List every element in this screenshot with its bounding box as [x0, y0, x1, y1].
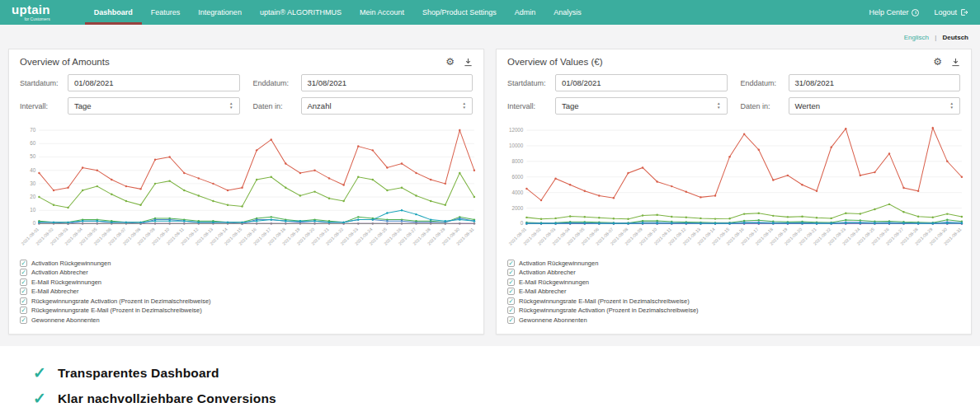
- logout-link[interactable]: Logout: [934, 8, 968, 16]
- amounts-card: Overview of Amounts ⚙ Startdatum: 01/08/…: [8, 49, 484, 335]
- legend-checkbox[interactable]: ✓: [507, 288, 515, 295]
- gear-icon[interactable]: ⚙: [933, 57, 942, 67]
- legend-label: Gewonnene Abonnenten: [31, 316, 100, 324]
- benefit-text: Transparentes Dashboard: [58, 366, 219, 381]
- legend-item[interactable]: ✓Rückgewinnungsrate Activation (Prozent …: [507, 307, 960, 314]
- enddate-field: Enddatum: 31/08/2021: [253, 74, 474, 91]
- language-english-link[interactable]: Englisch: [904, 34, 929, 41]
- legend-label: Activation Abbrecher: [519, 269, 576, 276]
- svg-text:2000: 2000: [511, 205, 523, 211]
- svg-text:0: 0: [521, 220, 524, 226]
- legend-label: Activation Rückgewinnungen: [519, 260, 598, 267]
- legend-item[interactable]: ✓E-Mail Rückgewinnungen: [507, 279, 960, 286]
- legend-item[interactable]: ✓E-Mail Abbrecher: [507, 288, 960, 295]
- legend-item[interactable]: ✓E-Mail Abbrecher: [20, 288, 473, 295]
- legend-item[interactable]: ✓E-Mail Rückgewinnungen: [20, 279, 473, 286]
- enddate-label: Enddatum:: [253, 79, 301, 87]
- legend-checkbox[interactable]: ✓: [20, 260, 27, 267]
- enddate-input[interactable]: 31/08/2021: [301, 74, 474, 91]
- legend-checkbox[interactable]: ✓: [20, 307, 27, 314]
- gear-icon[interactable]: ⚙: [445, 57, 455, 67]
- legend-checkbox[interactable]: ✓: [20, 279, 27, 286]
- values-card-header: Overview of Values (€) ⚙: [497, 49, 971, 73]
- benefit-item: ✓Klar nachvollziehbare Conversions: [33, 391, 980, 406]
- svg-text:6000: 6000: [511, 174, 523, 180]
- data-in-label: Daten in:: [741, 102, 789, 110]
- logout-icon: [960, 8, 968, 16]
- help-center-label: Help Center: [869, 8, 908, 16]
- interval-select[interactable]: Tage ▲▼: [555, 97, 728, 115]
- download-icon[interactable]: [951, 58, 960, 67]
- legend-checkbox[interactable]: ✓: [20, 269, 27, 276]
- nav-item-features[interactable]: Features: [142, 0, 190, 25]
- nav-items: DashboardFeaturesIntegrationenuptain® AL…: [85, 0, 869, 25]
- benefit-text: Klar nachvollziehbare Conversions: [58, 391, 276, 406]
- legend-item[interactable]: ✓Activation Rückgewinnungen: [507, 260, 960, 267]
- language-german-link[interactable]: Deutsch: [942, 34, 968, 41]
- legend-item[interactable]: ✓Rückgewinnungsrate E-Mail (Prozent in D…: [507, 297, 960, 305]
- nav-item-uptain-algorithmus[interactable]: uptain® ALGORITHMUS: [251, 0, 351, 25]
- legend-checkbox[interactable]: ✓: [507, 297, 515, 305]
- download-icon[interactable]: [464, 58, 473, 67]
- legend-label: E-Mail Rückgewinnungen: [519, 279, 589, 286]
- nav-item-analysis[interactable]: Analysis: [544, 0, 591, 25]
- nav-item-mein-account[interactable]: Mein Account: [351, 0, 413, 25]
- data-in-select[interactable]: Werten ▲▼: [789, 97, 961, 115]
- legend-checkbox[interactable]: ✓: [20, 316, 27, 324]
- legend-checkbox[interactable]: ✓: [507, 269, 515, 276]
- legend-checkbox[interactable]: ✓: [507, 307, 515, 314]
- startdate-input[interactable]: 01/08/2021: [68, 74, 240, 91]
- interval-field: Intervall: Tage ▲▼: [20, 97, 240, 115]
- nav-item-dashboard[interactable]: Dashboard: [85, 0, 142, 25]
- language-switcher: Englisch | Deutsch: [8, 28, 972, 49]
- logout-label: Logout: [934, 8, 957, 16]
- amounts-filters: Startdatum: 01/08/2021 Enddatum: 31/08/2…: [9, 73, 483, 125]
- interval-select[interactable]: Tage ▲▼: [68, 97, 240, 115]
- top-navbar: uptain for Customers DashboardFeaturesIn…: [0, 0, 980, 25]
- startdate-label: Startdatum:: [20, 79, 68, 87]
- legend-item[interactable]: ✓Rückgewinnungsrate Activation (Prozent …: [20, 297, 473, 305]
- info-icon: i: [912, 9, 919, 16]
- svg-text:30: 30: [30, 180, 35, 186]
- data-in-select[interactable]: Anzahl ▲▼: [301, 97, 474, 115]
- legend-item[interactable]: ✓Gewonnene Abonnenten: [20, 316, 473, 324]
- nav-item-integrationen[interactable]: Integrationen: [189, 0, 251, 25]
- legend-label: E-Mail Abbrecher: [31, 288, 79, 295]
- legend-checkbox[interactable]: ✓: [507, 316, 515, 324]
- svg-text:10000: 10000: [509, 143, 524, 148]
- legend-label: Rückgewinnungsrate Activation (Prozent i…: [519, 307, 699, 314]
- legend-checkbox[interactable]: ✓: [507, 279, 515, 286]
- legend-item[interactable]: ✓Activation Abbrecher: [507, 269, 960, 276]
- uptain-logo[interactable]: uptain for Customers: [12, 0, 50, 25]
- amounts-legend: ✓Activation Rückgewinnungen✓Activation A…: [9, 257, 483, 335]
- nav-item-shop-product-settings[interactable]: Shop/Product Settings: [413, 0, 506, 25]
- help-center-link[interactable]: Help Center i: [869, 8, 919, 16]
- legend-label: Rückgewinnungsrate E-Mail (Prozent in De…: [31, 307, 202, 314]
- nav-item-admin[interactable]: Admin: [506, 0, 545, 25]
- legend-checkbox[interactable]: ✓: [20, 297, 27, 305]
- svg-text:8000: 8000: [511, 158, 523, 164]
- logo-text: uptain: [12, 3, 50, 16]
- startdate-label: Startdatum:: [507, 79, 555, 87]
- legend-item[interactable]: ✓Activation Abbrecher: [20, 269, 473, 276]
- enddate-input[interactable]: 31/08/2021: [789, 74, 961, 91]
- svg-text:0: 0: [33, 220, 36, 226]
- legend-checkbox[interactable]: ✓: [20, 288, 27, 295]
- chevron-up-down-icon: ▲▼: [229, 102, 233, 110]
- logo-subtext: for Customers: [12, 16, 50, 21]
- values-chart-area: 0200040006000800010000120002021-08-01202…: [497, 125, 971, 257]
- values-legend: ✓Activation Rückgewinnungen✓Activation A…: [497, 257, 971, 335]
- legend-item[interactable]: ✓Rückgewinnungsrate E-Mail (Prozent in D…: [20, 307, 473, 314]
- benefit-item: ✓Transparentes Dashboard: [33, 365, 980, 381]
- language-separator: |: [935, 34, 936, 41]
- legend-item[interactable]: ✓Gewonnene Abonnenten: [507, 316, 960, 324]
- chevron-up-down-icon: ▲▼: [717, 102, 720, 110]
- startdate-input[interactable]: 01/08/2021: [555, 74, 728, 91]
- legend-checkbox[interactable]: ✓: [507, 260, 515, 267]
- interval-value: Tage: [74, 101, 92, 110]
- data-in-field: Daten in: Anzahl ▲▼: [253, 97, 474, 115]
- amounts-chart-area: 0102030405060702021-08-012021-08-022021-…: [9, 125, 483, 257]
- values-card-title: Overview of Values (€): [507, 57, 602, 67]
- legend-item[interactable]: ✓Activation Rückgewinnungen: [20, 260, 473, 267]
- amounts-chart: 0102030405060702021-08-012021-08-022021-…: [12, 125, 480, 257]
